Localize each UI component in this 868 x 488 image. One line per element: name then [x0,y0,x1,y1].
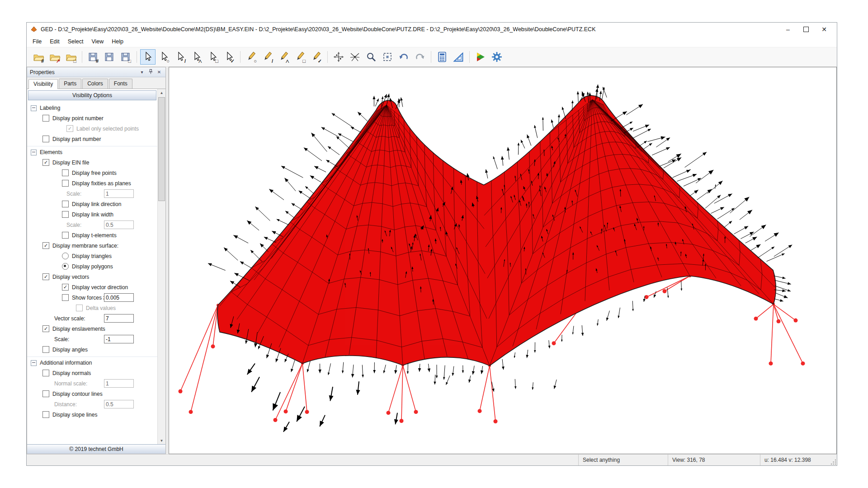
display-normals-checkbox[interactable] [42,370,49,376]
visibility-options-header: Visibility Options [28,90,156,100]
panel-scrollbar[interactable]: ▲ ▼ [157,89,165,444]
display-membrane-surface-row: ✓Display membrane surface: [27,240,157,251]
resize-grip[interactable] [829,455,837,465]
menu-help[interactable]: Help [108,37,127,46]
display-point-number-checkbox[interactable] [42,115,49,122]
frame-icon [382,51,393,63]
display-fixities-as-planes-checkbox[interactable] [62,180,69,187]
label-only-selected-points-checkbox[interactable]: ✓ [66,125,73,132]
zoom-button[interactable] [363,49,379,65]
display-enslavements-checkbox[interactable]: ✓ [42,325,49,332]
collapse-icon[interactable] [31,105,37,111]
spread-points-button[interactable] [347,49,363,65]
open-dre-button[interactable]: ↗ [47,49,62,65]
menu-edit[interactable]: Edit [46,37,64,46]
edit-elements-button[interactable]: ✓ [309,49,324,65]
edit-quads-button[interactable]: □ [292,49,308,65]
open-eck-button[interactable]: □ [63,49,79,65]
display-slope-lines-checkbox[interactable] [42,411,49,418]
scrollbar-track[interactable] [158,96,165,437]
chevron-down-icon[interactable]: ▾ [138,70,146,75]
select-triangles-button[interactable]: △ [189,49,204,65]
menu-file[interactable]: File [28,37,46,46]
properties-panel: Properties ▾ ✕ VisibilityPartsColorsFont… [27,67,166,454]
open-ein-button[interactable]: # [31,49,46,65]
zoom-extents-button[interactable] [380,49,395,65]
display-ein-file-checkbox[interactable]: ✓ [42,159,49,166]
save-eck-button[interactable]: □ [118,49,133,65]
scale-input[interactable] [104,189,134,198]
scrollbar-thumb[interactable] [158,97,165,201]
display-vectors-checkbox[interactable]: ✓ [42,273,49,280]
show-forces-input[interactable] [104,293,134,302]
display-angles-label: Display angles [52,347,88,353]
display-polygons-row: Display polygons [27,261,157,272]
scale-input[interactable] [104,221,134,229]
delta-values-checkbox[interactable] [76,305,83,311]
display-part-number-label: Display part number [52,136,101,142]
panel-close-icon[interactable]: ✕ [156,70,163,75]
tab-fonts[interactable]: Fonts [109,79,132,89]
display-triangles-radio[interactable] [62,253,69,259]
display-free-points-checkbox[interactable] [62,169,69,176]
close-button[interactable]: ✕ [815,24,833,35]
display-polygons-radio[interactable] [62,263,69,270]
folder-icon: ↗ [49,51,61,63]
display-free-points-row: Display free points [27,168,157,178]
label-only-selected-points-row: ✓Label only selected points [27,123,157,134]
svg-text:✓: ✓ [231,58,235,63]
toolbar-separator [327,51,328,63]
magnifier-icon [365,51,377,63]
scroll-down-icon[interactable]: ▼ [158,437,165,444]
minimize-button[interactable]: – [779,24,797,35]
scale-input[interactable] [104,335,134,343]
edit-links-button[interactable]: / [260,49,275,65]
display-angles-checkbox[interactable] [42,346,49,353]
logo-icon [475,51,486,63]
calculate-button[interactable] [434,49,450,65]
menu-view[interactable]: View [87,37,108,46]
display-contour-lines-checkbox[interactable] [42,390,49,397]
pin-icon[interactable] [147,69,154,75]
svg-text:#: # [41,58,44,63]
show-forces-checkbox[interactable] [62,294,69,301]
settings-button[interactable] [489,49,505,65]
save-ein-button[interactable]: # [85,49,101,65]
membrane-3d-view[interactable] [169,67,836,454]
tab-visibility[interactable]: Visibility [28,79,58,89]
vector-scale-input[interactable] [104,314,134,323]
svg-text:/: / [184,58,186,63]
display-link-direction-checkbox[interactable] [62,201,69,207]
scale-row: Scale: [27,220,157,230]
display-part-number-checkbox[interactable] [42,136,49,142]
distance-input[interactable] [104,400,134,408]
edit-points-button[interactable]: ○ [244,49,259,65]
tab-parts[interactable]: Parts [59,79,81,89]
redo-button[interactable] [412,49,428,65]
edit-triangles-button[interactable]: △ [276,49,292,65]
select-elements-button[interactable]: ✓ [222,49,237,65]
menu-select[interactable]: Select [64,37,88,46]
status-hint: Select anything [578,455,668,465]
collapse-icon[interactable] [31,150,37,155]
save-dre-button[interactable] [102,49,117,65]
select-points-button[interactable]: ○ [156,49,172,65]
normal-scale-input[interactable] [104,379,134,388]
maximize-button[interactable] [797,24,815,35]
measure-button[interactable] [451,49,466,65]
display-link-width-checkbox[interactable] [62,211,69,218]
scroll-up-icon[interactable]: ▲ [158,89,165,96]
tab-colors[interactable]: Colors [82,79,108,89]
status-uv-coords: u: 16.484 v: 12.398 [760,455,829,465]
select-links-button[interactable]: / [173,49,188,65]
technet-button[interactable] [473,49,488,65]
display-membrane-surface-checkbox[interactable]: ✓ [42,242,49,249]
app-icon [30,26,38,33]
select-quads-button[interactable]: □ [205,49,221,65]
select-button[interactable] [140,49,156,65]
undo-button[interactable] [396,49,411,65]
display-t-elements-checkbox[interactable] [62,232,69,239]
collapse-icon[interactable] [31,360,37,366]
move-points-button[interactable] [331,49,346,65]
display-vector-direction-checkbox[interactable]: ✓ [62,284,69,291]
